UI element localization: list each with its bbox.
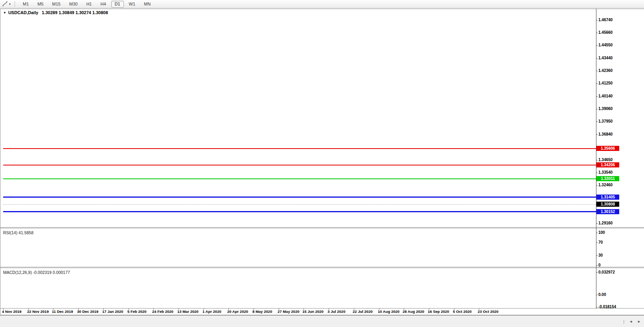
date-axis-label: 23 Oct 2020	[478, 309, 499, 314]
date-axis-label: 22 Jul 2020	[353, 309, 373, 314]
price-axis-label: 1.45660	[598, 30, 613, 35]
date-axis-label: 27 May 2020	[278, 309, 299, 314]
chart-tabbar: | ◄ ►	[0, 315, 644, 327]
price-line-label: 1.31405	[596, 195, 619, 200]
toolbar-grip-handle[interactable]	[14, 2, 15, 7]
timeframe-button-w1[interactable]: W1	[125, 1, 139, 7]
date-axis-label: 17 Jan 2020	[102, 309, 123, 314]
date-axis-label: 28 Aug 2020	[403, 309, 424, 314]
timeframe-button-m30[interactable]: M30	[66, 1, 81, 7]
date-axis-label: 3 Jul 2020	[328, 309, 345, 314]
rsi-axis-label: 30	[598, 253, 603, 258]
horizontal-price-line[interactable]	[3, 197, 596, 198]
pane-splitter[interactable]	[0, 228, 644, 228]
date-axis-label: 1 Apr 2020	[202, 309, 221, 314]
tab-scroll-left-icon[interactable]: ◄	[629, 320, 633, 323]
price-axis-label: 1.39060	[598, 107, 613, 111]
price-axis-label: 1.44550	[598, 43, 613, 48]
rsi-axis-label: 100	[598, 230, 605, 235]
date-axis-label: 5 Feb 2020	[127, 309, 147, 314]
rsi-indicator-canvas[interactable]	[0, 228, 596, 267]
current-price-label: 1.30808	[596, 202, 619, 207]
tab-scroll-arrows: | ◄ ►	[619, 316, 641, 327]
candlestick-chart-canvas[interactable]	[0, 9, 596, 227]
price-line-label: 1.35606	[596, 146, 619, 151]
rsi-label: RSI(14) 41.5858	[3, 230, 33, 235]
window-top-border	[0, 9, 644, 9]
timeframe-buttons: M1M5M15M30H1H4D1W1MN	[18, 1, 155, 7]
date-axis-label: 24 Feb 2020	[152, 309, 173, 314]
macd-label: MACD(12,26,9) -0.002319 0.000177	[3, 270, 70, 275]
price-axis-label: 1.42360	[598, 68, 613, 73]
price-line-label: 1.34206	[596, 162, 619, 167]
macd-indicator-canvas[interactable]	[0, 268, 596, 309]
timeframe-button-m5[interactable]: M5	[34, 1, 47, 7]
price-axis-label: 1.41250	[598, 81, 613, 86]
timeframe-button-mn[interactable]: MN	[140, 1, 154, 7]
date-axis-label: 11 Dec 2019	[52, 309, 73, 314]
timeframe-button-h1[interactable]: H1	[83, 1, 95, 7]
price-axis-divider	[596, 9, 596, 309]
timeframe-button-d1[interactable]: D1	[111, 1, 124, 7]
date-axis-label: 5 Oct 2020	[453, 309, 472, 314]
chart-ohlc-quote: 1.30289 1.30849 1.30274 1.30808	[42, 10, 108, 15]
macd-axis-label: 0.00	[598, 292, 606, 297]
tab-scroll-right-icon[interactable]: ►	[637, 320, 641, 323]
timeframe-button-h4[interactable]: H4	[97, 1, 109, 7]
price-axis-label: 1.46740	[598, 18, 613, 22]
price-axis-label: 1.29160	[598, 221, 613, 226]
horizontal-price-line[interactable]	[3, 178, 596, 179]
timeframe-button-m1[interactable]: M1	[19, 1, 32, 7]
window-left-border	[0, 9, 0, 315]
pane-splitter[interactable]	[0, 227, 644, 228]
rsi-axis-label: 0	[598, 263, 601, 268]
date-axis-label: 4 Nov 2019	[2, 309, 22, 314]
price-axis-label: 1.40140	[598, 94, 613, 99]
horizontal-price-line[interactable]	[3, 148, 596, 149]
price-axis-label: 1.43440	[598, 56, 613, 61]
price-line-label: 1.30152	[596, 209, 619, 214]
crosshair-tool-icon[interactable]	[1, 1, 9, 7]
symbol-caret-icon: ▼	[3, 11, 6, 15]
pane-splitter[interactable]	[0, 268, 644, 268]
time-axis-border	[0, 308, 644, 309]
date-axis-label: 16 Sep 2020	[428, 309, 449, 314]
date-axis-label: 13 Mar 2020	[177, 309, 199, 314]
tool-dropdown-caret[interactable]: ▾	[9, 2, 11, 6]
date-axis-label: 22 Nov 2019	[27, 309, 49, 314]
price-axis-label: 1.37950	[598, 119, 613, 124]
timeframe-toolbar: ▾ M1M5M15M30H1H4D1W1MN	[0, 0, 644, 8]
date-axis-label: 20 Apr 2020	[227, 309, 248, 314]
date-axis-label: 10 Aug 2020	[378, 309, 399, 314]
price-axis-label: 1.32460	[598, 183, 613, 187]
chart-title: ▼USDCAD,Daily1.30289 1.30849 1.30274 1.3…	[3, 10, 108, 15]
macd-axis-label: 0.032972	[598, 270, 615, 275]
timeframe-button-m15[interactable]: M15	[49, 1, 64, 7]
mt4-window: ▾ M1M5M15M30H1H4D1W1MN ▼USDCAD,Daily1.30…	[0, 0, 644, 327]
rsi-axis-label: 70	[598, 240, 603, 245]
price-axis-label: 1.36840	[598, 132, 613, 137]
chart-symbol: USDCAD,Daily	[8, 10, 38, 15]
current-price-line	[3, 204, 596, 205]
date-axis-label: 30 Dec 2019	[77, 309, 98, 314]
price-axis-label: 1.33540	[598, 170, 613, 175]
price-axis-label: 1.34650	[598, 158, 613, 162]
price-line-label: 1.33011	[596, 176, 619, 181]
horizontal-price-line[interactable]	[3, 211, 596, 212]
date-axis-label: 8 May 2020	[252, 309, 272, 314]
pane-splitter[interactable]	[0, 267, 644, 267]
tab-separator: |	[623, 319, 624, 324]
date-axis-label: 15 Jun 2020	[302, 309, 324, 314]
macd-axis-label: -0.018154	[598, 305, 616, 309]
horizontal-price-line[interactable]	[3, 165, 596, 165]
